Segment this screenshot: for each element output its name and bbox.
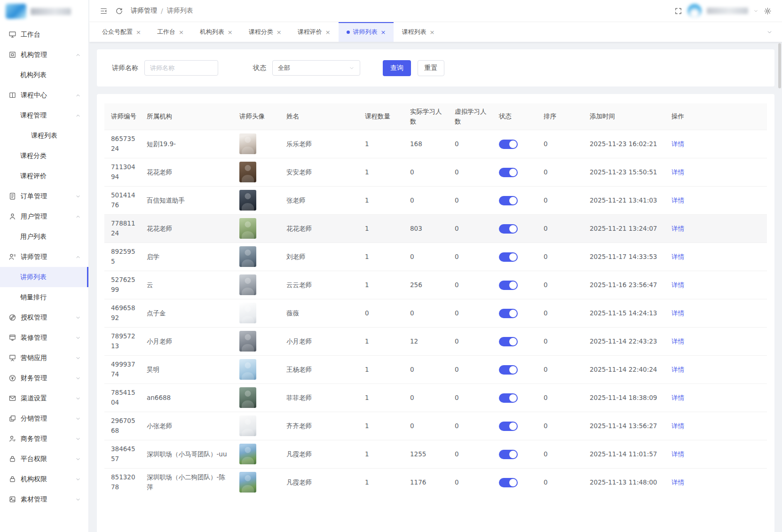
- page-tab[interactable]: 讲师列表 ×: [339, 22, 394, 42]
- page-tab[interactable]: 工作台 ×: [149, 22, 192, 42]
- detail-link[interactable]: 详情: [671, 196, 684, 204]
- sidebar-item-icon: [8, 31, 16, 39]
- table-row[interactable]: 71130494 花花老师 安安老师 1 0 0: [104, 158, 767, 186]
- detail-link[interactable]: 详情: [671, 225, 684, 232]
- sidebar-item[interactable]: 工作台: [0, 24, 88, 45]
- status-toggle[interactable]: [499, 393, 518, 403]
- page-tab[interactable]: 课程评价 ×: [290, 22, 339, 42]
- breadcrumb-section[interactable]: 讲师管理: [131, 7, 157, 15]
- table-row[interactable]: 78541504 an6688 菲菲老师 1 0 0: [104, 383, 767, 412]
- sidebar-item[interactable]: 素材管理: [0, 489, 88, 509]
- status-toggle[interactable]: [499, 140, 518, 149]
- detail-link[interactable]: 详情: [671, 394, 684, 401]
- page-scrollbar[interactable]: [778, 43, 781, 88]
- chevron-icon: [75, 113, 81, 118]
- detail-link[interactable]: 详情: [671, 281, 684, 289]
- tab-close-icon[interactable]: ×: [276, 29, 282, 36]
- table-row[interactable]: 46965892 点子金 薇薇 0 0 0: [104, 299, 767, 327]
- added-time: 2025-11-23 16:02:21: [583, 130, 665, 158]
- status-toggle[interactable]: [499, 450, 518, 459]
- sidebar-item[interactable]: 财务管理: [0, 368, 88, 388]
- sidebar-item[interactable]: 渠道设置: [0, 388, 88, 408]
- table-row[interactable]: 38464557 深圳职场（小马哥团队）-uu 凡霞老师 1 1255 0: [104, 440, 767, 468]
- table-row[interactable]: 8925955 启学 刘老师 1 0 0 0: [104, 243, 767, 271]
- status-toggle[interactable]: [499, 252, 518, 262]
- sidebar-item[interactable]: 装修管理: [0, 328, 88, 348]
- table-row[interactable]: 77881124 花花老师 花花老师 1 803 0: [104, 214, 767, 243]
- tab-close-icon[interactable]: ×: [325, 29, 331, 36]
- sidebar-item[interactable]: 平台权限: [0, 449, 88, 469]
- status-toggle[interactable]: [499, 309, 518, 318]
- detail-link[interactable]: 详情: [671, 309, 684, 317]
- status-toggle[interactable]: [499, 224, 518, 234]
- sidebar-item[interactable]: 课程评价: [0, 166, 88, 186]
- user-menu-chevron-icon[interactable]: [753, 8, 758, 14]
- detail-link[interactable]: 详情: [671, 366, 684, 373]
- sidebar-item[interactable]: 用户列表: [0, 227, 88, 247]
- detail-link[interactable]: 详情: [671, 450, 684, 458]
- table-row[interactable]: 52762599 云 云云老师 1 256 0: [104, 271, 767, 299]
- table-row[interactable]: 85132078 深圳职场（小二狗团队）-陈萍 凡霞老师 1 1176 0: [104, 468, 767, 496]
- real-students: 256: [403, 271, 448, 299]
- status-toggle[interactable]: [499, 337, 518, 346]
- tab-close-icon[interactable]: ×: [381, 29, 386, 36]
- sidebar-item[interactable]: 讲师管理: [0, 247, 88, 267]
- sidebar-item[interactable]: 订单管理: [0, 186, 88, 206]
- status-select[interactable]: 全部: [272, 60, 360, 76]
- tab-label: 课程评价: [298, 28, 322, 36]
- sidebar-item-label: 机构管理: [21, 51, 75, 59]
- user-name-blurred[interactable]: [707, 8, 748, 14]
- table-row[interactable]: 29670568 小张老师 齐齐老师 1 0 0: [104, 412, 767, 440]
- table-row[interactable]: 49993774 昊明 王杨老师 1 0 0: [104, 355, 767, 383]
- status-toggle[interactable]: [499, 422, 518, 431]
- status-toggle[interactable]: [499, 478, 518, 487]
- sidebar-item[interactable]: 营销应用: [0, 348, 88, 368]
- refresh-icon[interactable]: [115, 7, 123, 15]
- virtual-students: 0: [448, 271, 492, 299]
- page-tab[interactable]: 课程分类 ×: [241, 22, 290, 42]
- status-toggle[interactable]: [499, 365, 518, 375]
- sidebar-item[interactable]: 分销管理: [0, 408, 88, 429]
- sidebar-item[interactable]: 课程列表: [0, 125, 88, 146]
- tab-close-icon[interactable]: ×: [179, 29, 184, 36]
- sidebar-item[interactable]: 课程中心: [0, 85, 88, 105]
- status-toggle[interactable]: [499, 168, 518, 177]
- table-row[interactable]: 86573524 短剧19.9- 乐乐老师 1 168 0: [104, 130, 767, 158]
- table-row[interactable]: 78957213 小月老师 小月老师 1 12 0: [104, 327, 767, 355]
- page-tab[interactable]: 公众号配置 ×: [94, 22, 149, 42]
- gear-icon[interactable]: [764, 7, 772, 15]
- detail-link[interactable]: 详情: [671, 337, 684, 345]
- collapse-sidebar-icon[interactable]: [100, 7, 108, 15]
- user-avatar-blurred[interactable]: [687, 4, 702, 18]
- status-toggle[interactable]: [499, 196, 518, 205]
- tab-close-icon[interactable]: ×: [136, 29, 141, 36]
- tab-close-icon[interactable]: ×: [228, 29, 233, 36]
- table-row[interactable]: 50141476 百信知道助手 张老师 1 0 0: [104, 186, 767, 214]
- sidebar-item[interactable]: 机构列表: [0, 65, 88, 85]
- lecturer-name-input[interactable]: [144, 60, 218, 76]
- detail-link[interactable]: 详情: [671, 168, 684, 176]
- sidebar-item[interactable]: 销量排行: [0, 287, 88, 307]
- sidebar-item[interactable]: 讲师列表: [0, 267, 88, 287]
- page-tab[interactable]: 课程列表 ×: [394, 22, 442, 42]
- search-button[interactable]: 查询: [383, 60, 411, 76]
- tab-close-icon[interactable]: ×: [429, 29, 434, 36]
- detail-link[interactable]: 详情: [671, 478, 684, 486]
- detail-link[interactable]: 详情: [671, 140, 684, 148]
- action-cell: 详情: [665, 243, 767, 271]
- status-toggle[interactable]: [499, 281, 518, 290]
- tab-overflow-button[interactable]: [757, 22, 782, 42]
- sidebar-item-label: 分销管理: [21, 415, 75, 423]
- reset-button[interactable]: 重置: [418, 60, 444, 76]
- fullscreen-icon[interactable]: [674, 7, 682, 15]
- page-tab[interactable]: 机构列表 ×: [192, 22, 241, 42]
- detail-link[interactable]: 详情: [671, 253, 684, 260]
- sidebar-item[interactable]: 机构管理: [0, 45, 88, 65]
- sidebar-item[interactable]: 机构权限: [0, 469, 88, 489]
- sidebar-item[interactable]: 课程管理: [0, 105, 88, 125]
- sidebar-item[interactable]: 授权管理: [0, 307, 88, 328]
- sidebar-item[interactable]: 课程分类: [0, 146, 88, 166]
- sidebar-item[interactable]: 用户管理: [0, 206, 88, 227]
- sidebar-item[interactable]: 商务管理: [0, 429, 88, 449]
- detail-link[interactable]: 详情: [671, 422, 684, 430]
